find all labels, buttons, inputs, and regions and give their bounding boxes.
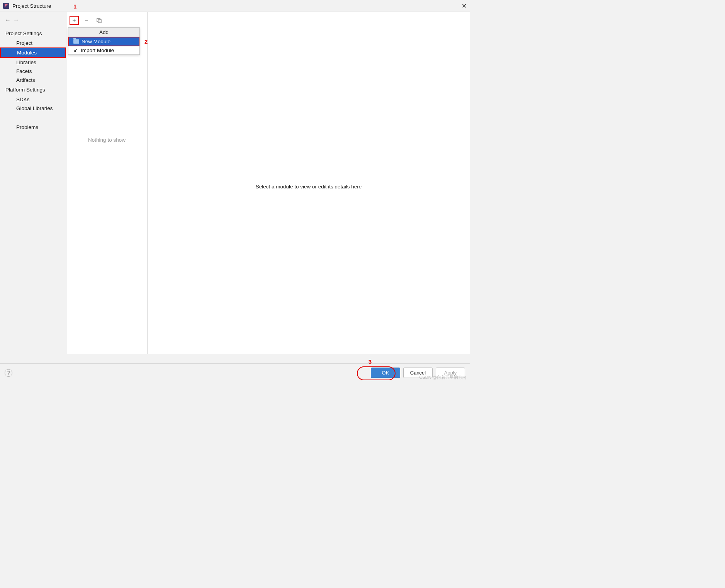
- footer: ? OK Cancel Apply: [0, 363, 470, 381]
- sidebar-item-sdks[interactable]: SDKs: [0, 95, 66, 104]
- section-platform-settings: Platform Settings: [0, 85, 66, 95]
- titlebar: Project Structure ✕: [0, 0, 470, 12]
- middle-panel: + − Nothing to show Add New Module Impor…: [66, 12, 148, 354]
- sidebar: ← → Project Settings Project Modules Lib…: [0, 12, 66, 354]
- sidebar-item-libraries[interactable]: Libraries: [0, 58, 66, 67]
- add-icon[interactable]: +: [70, 16, 79, 25]
- forward-arrow-icon[interactable]: →: [13, 17, 19, 24]
- sidebar-item-global-libraries[interactable]: Global Libraries: [0, 104, 66, 113]
- detail-placeholder: Select a module to view or edit its deta…: [256, 184, 362, 190]
- sidebar-item-artifacts[interactable]: Artifacts: [0, 76, 66, 85]
- copy-icon[interactable]: [94, 16, 104, 25]
- detail-panel: Select a module to view or edit its deta…: [148, 12, 470, 354]
- close-icon[interactable]: ✕: [461, 3, 467, 8]
- nav-arrows: ← →: [0, 14, 66, 28]
- svg-rect-1: [98, 20, 101, 23]
- empty-state-text: Nothing to show: [66, 137, 147, 143]
- ok-button[interactable]: OK: [371, 368, 400, 378]
- sidebar-item-project[interactable]: Project: [0, 39, 66, 47]
- sidebar-item-facets[interactable]: Facets: [0, 67, 66, 76]
- help-icon[interactable]: ?: [5, 369, 12, 377]
- dropdown-item-import-module[interactable]: Import Module: [68, 46, 139, 54]
- dropdown-item-label: Import Module: [81, 47, 114, 53]
- sidebar-item-problems[interactable]: Problems: [0, 123, 66, 132]
- dropdown-item-label: New Module: [81, 39, 110, 44]
- app-icon: [3, 3, 9, 9]
- watermark: CSDN @向着五星的方向: [419, 374, 467, 380]
- dropdown-header: Add: [68, 28, 139, 37]
- dropdown-item-new-module[interactable]: New Module: [68, 37, 139, 46]
- window-title: Project Structure: [12, 3, 51, 9]
- import-icon: [72, 48, 78, 53]
- sidebar-item-modules[interactable]: Modules: [0, 47, 66, 58]
- main-area: ← → Project Settings Project Modules Lib…: [0, 12, 470, 354]
- folder-icon: [73, 39, 79, 44]
- section-project-settings: Project Settings: [0, 28, 66, 39]
- remove-icon[interactable]: −: [82, 16, 91, 25]
- back-arrow-icon[interactable]: ←: [5, 17, 11, 24]
- add-dropdown: Add New Module Import Module: [68, 27, 140, 55]
- middle-toolbar: + −: [66, 12, 147, 29]
